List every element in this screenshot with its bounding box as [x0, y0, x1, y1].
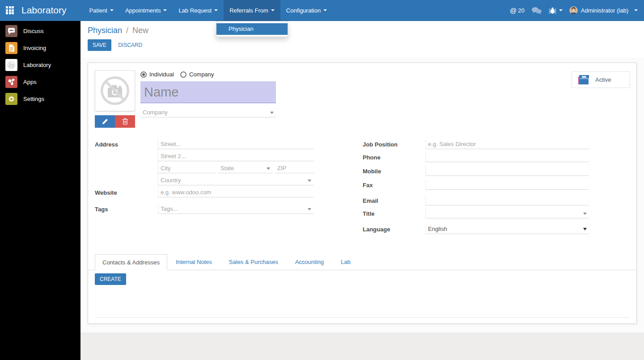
- chevron-down-icon: [110, 9, 114, 11]
- chevron-down-icon: [634, 9, 638, 11]
- street2-input[interactable]: [158, 151, 314, 161]
- debug-menu[interactable]: [549, 7, 563, 14]
- language-select[interactable]: English: [426, 224, 589, 234]
- sidebar-item-label: Settings: [23, 96, 44, 102]
- chevron-down-icon: [271, 9, 275, 11]
- user-menu[interactable]: Administrator (lab): [569, 6, 638, 15]
- chevron-down-icon: [559, 9, 563, 11]
- tab-internal-notes[interactable]: Internal Notes: [167, 254, 220, 270]
- title-label: Title: [363, 208, 425, 218]
- left-field-column: Address: [95, 139, 314, 216]
- mobile-label: Mobile: [363, 166, 425, 176]
- tags-label: Tags: [95, 204, 158, 214]
- breadcrumb-physician[interactable]: Physician: [88, 26, 122, 35]
- active-toggle[interactable]: Active: [572, 71, 630, 88]
- menu-patient[interactable]: Patient: [83, 0, 119, 21]
- title-row: Title: [363, 208, 589, 218]
- company-input[interactable]: [140, 107, 276, 117]
- tab-accounting[interactable]: Accounting: [287, 254, 332, 270]
- photo-placeholder[interactable]: [95, 70, 135, 111]
- navbar-right: @ 20: [510, 6, 644, 15]
- tags-input[interactable]: [158, 204, 314, 214]
- messages-button[interactable]: [531, 7, 542, 14]
- mobile-input[interactable]: [426, 166, 589, 176]
- discuss-icon: [5, 25, 17, 37]
- sidebar-item-settings[interactable]: Settings: [0, 90, 80, 107]
- address-row: Address: [95, 139, 314, 185]
- fax-label: Fax: [363, 180, 425, 190]
- website-input[interactable]: [158, 187, 314, 197]
- chevron-down-icon: [323, 9, 327, 11]
- sidebar-item-discuss[interactable]: Discuss: [0, 22, 80, 39]
- state-input[interactable]: [218, 163, 272, 173]
- zip-input[interactable]: [275, 163, 314, 173]
- bug-icon: [549, 7, 556, 14]
- tab-sales-purchases[interactable]: Sales & Purchases: [220, 254, 287, 270]
- sidebar-item-apps[interactable]: Apps: [0, 73, 80, 90]
- job-position-input[interactable]: [426, 139, 589, 149]
- tab-lab[interactable]: Lab: [332, 254, 359, 270]
- referrals-from-dropdown: Physician: [216, 21, 288, 37]
- navbar-left: Laboratory Patient Appointments Lab Requ…: [0, 0, 333, 21]
- photo-actions: [95, 115, 135, 128]
- company-field: [140, 107, 276, 117]
- apps-icon: [5, 76, 17, 88]
- create-button[interactable]: CREATE: [95, 273, 126, 285]
- sidebar-item-label: Invoicing: [23, 45, 46, 51]
- mentions-counter[interactable]: @ 20: [510, 7, 525, 14]
- phone-label: Phone: [363, 152, 425, 162]
- language-value: English: [426, 224, 589, 232]
- country-input[interactable]: [158, 175, 314, 185]
- tab-contacts-addresses[interactable]: Contacts & Addresses: [95, 254, 167, 270]
- mobile-row: Mobile: [363, 166, 589, 176]
- trash-icon: [122, 118, 128, 125]
- website-label: Website: [95, 187, 158, 197]
- menu-lab-request[interactable]: Lab Request: [173, 0, 224, 21]
- right-field-column: Job Position Phone Mobile Fax: [363, 139, 589, 236]
- form-sheet: Individual Company Active: [88, 63, 637, 324]
- job-position-row: Job Position: [363, 139, 589, 149]
- title-input[interactable]: [426, 208, 589, 218]
- phone-input[interactable]: [426, 152, 589, 162]
- sheet-divider: [95, 317, 630, 318]
- delete-photo-button[interactable]: [115, 115, 135, 128]
- chat-bubbles-icon: [531, 7, 542, 14]
- navbar-menus: Patient Appointments Lab Request Referra…: [83, 0, 333, 21]
- menu-referrals-from[interactable]: Referrals From: [224, 0, 280, 21]
- email-input[interactable]: [426, 195, 589, 205]
- name-input[interactable]: [140, 81, 276, 103]
- user-name: Administrator (lab): [581, 7, 628, 14]
- discard-button[interactable]: DISCARD: [118, 42, 142, 48]
- radio-button-icon: [140, 71, 147, 78]
- radio-individual[interactable]: Individual: [140, 71, 174, 78]
- chevron-down-icon: [163, 9, 167, 11]
- street-input[interactable]: [158, 139, 314, 149]
- at-icon: @: [510, 7, 517, 14]
- radio-company[interactable]: Company: [180, 71, 214, 78]
- website-row: Website: [95, 187, 314, 197]
- sidebar-item-laboratory[interactable]: Laboratory: [0, 56, 80, 73]
- email-row: Email: [363, 195, 589, 205]
- menu-configuration[interactable]: Configuration: [280, 0, 333, 21]
- menu-appointments[interactable]: Appointments: [119, 0, 173, 21]
- address-label: Address: [95, 139, 158, 185]
- archive-box-icon: [577, 75, 589, 85]
- dropdown-item-physician[interactable]: Physician: [216, 23, 288, 35]
- email-label: Email: [363, 195, 425, 205]
- breadcrumb: Physician / New: [88, 26, 644, 35]
- control-panel: Physician / New SAVE DISCARD: [80, 21, 644, 57]
- apps-grid-icon[interactable]: [6, 6, 14, 14]
- sidebar-item-label: Apps: [23, 79, 37, 85]
- apps-sidebar: Discuss Invoicing Laboratory: [0, 21, 80, 360]
- sidebar-item-invoicing[interactable]: Invoicing: [0, 39, 80, 56]
- app-title[interactable]: Laboratory: [21, 5, 66, 16]
- invoicing-icon: [5, 42, 17, 54]
- fax-row: Fax: [363, 180, 589, 190]
- action-buttons: SAVE DISCARD: [88, 39, 644, 51]
- city-input[interactable]: [158, 163, 216, 173]
- mention-count: 20: [518, 7, 524, 14]
- fax-input[interactable]: [426, 180, 589, 190]
- save-button[interactable]: SAVE: [88, 39, 111, 51]
- avatar: [569, 6, 578, 15]
- edit-photo-button[interactable]: [95, 115, 115, 128]
